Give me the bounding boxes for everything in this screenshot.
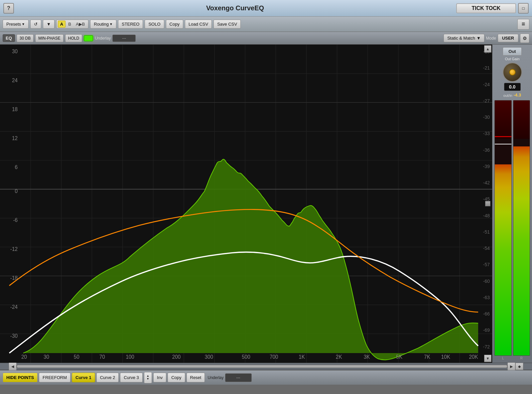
underlay-label: Underlay xyxy=(95,36,111,41)
svg-text:700: 700 xyxy=(270,354,278,360)
minimize-button[interactable]: □ xyxy=(518,3,529,14)
svg-text:-24: -24 xyxy=(10,304,18,310)
ab-button[interactable]: A▶B xyxy=(74,21,87,27)
save-csv-button[interactable]: Save CSV xyxy=(213,20,241,29)
svg-text:30: 30 xyxy=(44,354,49,360)
main-area: 20 30 50 70 100 200 300 500 700 1K 2K 3K… xyxy=(0,45,532,363)
green-indicator xyxy=(84,35,93,41)
svg-text:6: 6 xyxy=(15,164,18,170)
curve1-button[interactable]: Curve 1 xyxy=(72,373,95,382)
plugin-name: TICK TOCK xyxy=(456,3,516,13)
svg-text:-30: -30 xyxy=(10,333,18,338)
presets-button[interactable]: Presets ▼ xyxy=(3,20,29,29)
copy-button-toolbar[interactable]: Copy xyxy=(166,20,183,29)
stereo-button[interactable]: STEREO xyxy=(118,20,143,29)
svg-text:7K: 7K xyxy=(424,354,430,360)
meter-area: L R xyxy=(494,100,530,360)
eq-scroll-panel: ▲ ▼ xyxy=(483,45,492,363)
svg-text:20: 20 xyxy=(21,354,27,360)
toolbar: Presets ▼ ↺ ▼ A B A▶B Routing ▼ STEREO S… xyxy=(0,17,532,32)
scroll-track[interactable] xyxy=(17,365,507,368)
underlay-value-bottom[interactable]: --- xyxy=(225,373,252,382)
load-csv-button[interactable]: Load CSV xyxy=(185,20,212,29)
svg-text:200: 200 xyxy=(172,354,181,360)
mode-value: USER xyxy=(498,34,518,42)
underlay-value[interactable]: --- xyxy=(112,35,136,42)
svg-text:2K: 2K xyxy=(336,354,342,360)
svg-text:18: 18 xyxy=(12,106,18,112)
svg-text:20K: 20K xyxy=(469,354,478,360)
static-match-button[interactable]: Static & Match ▼ xyxy=(444,34,484,42)
svg-text:0: 0 xyxy=(15,188,18,194)
reset-button-bottom[interactable]: Reset xyxy=(187,373,205,382)
out-gain-knob[interactable] xyxy=(502,62,522,82)
out-tab: Out xyxy=(503,47,521,56)
scroll-thumb xyxy=(17,365,507,368)
svg-text:70: 70 xyxy=(99,354,105,360)
copy-button-bottom[interactable]: Copy xyxy=(168,373,185,382)
reset-button[interactable]: ↺ xyxy=(30,20,41,29)
meter-left: L xyxy=(494,100,512,360)
routing-button[interactable]: Routing ▼ xyxy=(90,20,116,29)
svg-text:100: 100 xyxy=(126,354,134,360)
svg-text:1K: 1K xyxy=(299,354,305,360)
up-arrow-icon: ▲ xyxy=(147,375,149,377)
out-in-value: -4.3 xyxy=(514,93,521,98)
solo-button[interactable]: SOLO xyxy=(145,20,164,29)
scroll-bar-area: ◀ ▶ ◆ xyxy=(0,363,532,370)
diamond-button[interactable]: ◆ xyxy=(515,363,523,370)
svg-text:10K: 10K xyxy=(441,354,451,360)
eq-label: EQ xyxy=(3,34,15,42)
knob-value-display: 0.0 xyxy=(504,83,521,91)
out-in-label: out/in xyxy=(503,94,512,98)
bottom-bar: HIDE POINTS FREEFORM Curve 1 Curve 2 Cur… xyxy=(0,370,532,385)
app-title: Voxengo CurveEQ xyxy=(14,4,456,12)
min-phase-button[interactable]: MIN-PHASE xyxy=(35,34,64,42)
out-gain-label: Out Gain xyxy=(505,57,519,61)
svg-text:-18: -18 xyxy=(10,275,18,281)
eq-bar: EQ 30 DB MIN-PHASE HOLD Underlay --- Sta… xyxy=(0,32,532,45)
scroll-left-button[interactable]: ◀ xyxy=(9,362,17,370)
svg-text:500: 500 xyxy=(242,354,250,360)
hold-button[interactable]: HOLD xyxy=(65,34,82,42)
knob-container: 0.0 xyxy=(502,62,522,91)
right-panel: Out Out Gain 0.0 out/in -4.3 xyxy=(492,45,532,363)
curve3-button[interactable]: Curve 3 xyxy=(120,373,143,382)
hide-points-button[interactable]: HIDE POINTS xyxy=(3,373,38,382)
help-button[interactable]: ? xyxy=(3,3,14,14)
ab-group: A B A▶B xyxy=(56,20,88,29)
curve-updown-button[interactable]: ▲ ▼ xyxy=(144,372,152,383)
scroll-thumb-v xyxy=(485,201,490,206)
meter-bar-container-r xyxy=(513,100,530,356)
meter-bar-container-l xyxy=(494,100,512,356)
knob-center xyxy=(509,69,516,76)
gear-button[interactable]: ⚙ xyxy=(520,34,529,43)
eq-display[interactable]: 20 30 50 70 100 200 300 500 700 1K 2K 3K… xyxy=(0,45,492,363)
svg-text:-12: -12 xyxy=(10,246,18,252)
scroll-down-button[interactable]: ▼ xyxy=(484,355,491,362)
inv-button[interactable]: Inv xyxy=(153,373,166,382)
out-in-row: out/in -4.3 xyxy=(503,92,521,98)
curve2-button[interactable]: Curve 2 xyxy=(96,373,119,382)
eq-canvas: 20 30 50 70 100 200 300 500 700 1K 2K 3K… xyxy=(0,45,492,363)
svg-text:24: 24 xyxy=(12,78,18,83)
underlay-label-bottom: Underlay xyxy=(207,375,223,380)
a-button[interactable]: A xyxy=(58,21,66,28)
scroll-right-button[interactable]: ▶ xyxy=(507,362,515,370)
title-bar: ? Voxengo CurveEQ TICK TOCK □ xyxy=(0,0,532,17)
menu-button[interactable]: ≡ xyxy=(517,19,529,30)
b-button[interactable]: B xyxy=(66,21,73,27)
meter-label-r: R xyxy=(513,356,530,360)
svg-text:3K: 3K xyxy=(364,354,370,360)
svg-text:30: 30 xyxy=(12,49,18,54)
scroll-up-button[interactable]: ▲ xyxy=(484,45,491,53)
svg-text:-6: -6 xyxy=(13,217,18,223)
svg-text:300: 300 xyxy=(205,354,213,360)
svg-text:50: 50 xyxy=(74,354,79,360)
30db-button[interactable]: 30 DB xyxy=(17,34,34,42)
extra-dropdown[interactable]: ▼ xyxy=(43,20,55,29)
meter-label-l: L xyxy=(494,356,512,360)
freeform-button[interactable]: FREEFORM xyxy=(39,373,70,382)
svg-text:5K: 5K xyxy=(396,354,402,360)
svg-text:12: 12 xyxy=(12,135,18,141)
